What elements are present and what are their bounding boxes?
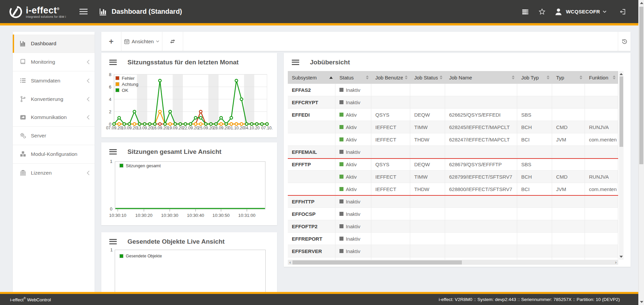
sessions-button[interactable]	[521, 7, 530, 16]
column-header-subsystem[interactable]: Subsystem	[288, 71, 335, 84]
cell-job-benutzer: QSYS	[371, 257, 410, 260]
sidebar-item-lizenzen[interactable]: Lizenzen	[13, 164, 95, 182]
cell-status: Inaktiv	[335, 208, 371, 220]
table-row-effcrypt[interactable]: EFFCRYPTInaktiv	[288, 96, 618, 109]
table-row[interactable]: AktivIEFFECTTHDW628247/IEFFECT/MAPCLTBCI…	[288, 133, 618, 146]
table-row-effemail[interactable]: EFFEMAILInaktiv	[288, 146, 618, 158]
cell-subsystem: EFFREPORT	[288, 233, 335, 245]
table-vertical-scrollbar[interactable]	[619, 71, 624, 260]
scroll-down-arrow-icon[interactable]	[640, 301, 643, 303]
cell-typ: CMD	[552, 121, 585, 133]
brand-name: i-effect®	[26, 5, 66, 15]
svg-text:0: 0	[110, 206, 112, 211]
svg-text:10:30:20: 10:30:20	[135, 213, 152, 218]
table-row-effreport[interactable]: EFFREPORTInaktiv	[288, 233, 618, 245]
chevron-down-icon	[156, 40, 159, 43]
user-menu[interactable]: WCQSECOFR	[554, 8, 606, 16]
scrollbar-thumb[interactable]	[292, 260, 462, 264]
status-active-icon	[339, 113, 343, 117]
status-inactive-icon	[339, 199, 343, 203]
status-inactive-icon	[339, 237, 343, 241]
scrollbar-thumb[interactable]	[620, 76, 623, 147]
scroll-up-arrow-icon[interactable]	[620, 73, 623, 75]
widget-menu-icon[interactable]	[109, 238, 117, 245]
widget-menu-icon[interactable]	[109, 148, 117, 156]
table-row-effhttp[interactable]: EFFHTTPInaktiv	[288, 195, 618, 208]
cell-status: Aktiv	[335, 158, 371, 170]
cell-job-status	[410, 96, 445, 108]
dashboard-toolbar: + Ansichten	[101, 32, 631, 51]
favorites-button[interactable]	[538, 7, 546, 16]
app-logo[interactable]: i-effect® integrated solutions for IBM i	[8, 4, 66, 19]
svg-text:6: 6	[109, 84, 111, 89]
refresh-button[interactable]	[162, 32, 183, 51]
cell-job-typ	[517, 220, 552, 232]
cell-subsystem: EFFCRYPT	[288, 96, 335, 108]
status-inactive-icon	[339, 100, 343, 104]
sidebar-item-stammdaten[interactable]: Stammdaten	[13, 71, 95, 90]
table-row[interactable]: AktivIEFFECTTIMW628245/IEFFECT/MAPCLTBCH…	[288, 121, 618, 133]
status-bar: i-effect® WebControl i-effect: V2R8M0 ::…	[0, 292, 644, 305]
sessions-status-widget: Sitzungsstatus für den letzten Monat 024…	[101, 53, 277, 137]
cell-typ	[552, 146, 585, 158]
bar-chart-icon	[99, 8, 108, 16]
gears-icon	[20, 132, 26, 139]
status-inactive-icon	[339, 150, 343, 154]
refresh-icon	[169, 38, 176, 45]
bank-icon	[20, 170, 26, 176]
sidebar-item-modul-konfiguration[interactable]: Modul-Konfiguration	[13, 145, 95, 164]
column-header-job-status[interactable]: Job Status	[410, 71, 445, 84]
cell-job-name	[445, 208, 517, 220]
table-row-effoftp2[interactable]: EFFOFTP2Inaktiv	[288, 220, 618, 233]
top-navbar: i-effect® integrated solutions for IBM i…	[0, 0, 644, 23]
cell-job-typ	[517, 233, 552, 245]
scroll-right-arrow-icon[interactable]: ›	[613, 260, 618, 265]
cell-job-benutzer	[371, 220, 410, 232]
scroll-down-arrow-icon[interactable]	[620, 256, 623, 258]
svg-text:04.10.20: 04.10.20	[244, 126, 260, 130]
sidebar-item-konvertierung[interactable]: Konvertierung	[13, 90, 95, 108]
scroll-up-arrow-icon[interactable]	[640, 2, 643, 4]
history-button[interactable]	[618, 32, 631, 51]
column-header-funktion[interactable]: Funktion	[585, 71, 618, 84]
legend-item: Fehler	[115, 75, 139, 81]
table-row-effserver[interactable]: EFFSERVERInaktiv	[288, 245, 618, 257]
svg-text:4: 4	[109, 97, 111, 102]
table-row-effservice[interactable]: EFFSERVICEAktivQSYSDEQW626906/QSYS/EFFSE…	[288, 257, 618, 260]
sidebar-item-dashboard[interactable]: Dashboard	[13, 35, 95, 53]
scrollbar-thumb[interactable]	[639, 7, 643, 164]
table-row-effftp[interactable]: EFFFTPAktivQSYSDEQW628679/QSYS/EFFFTPSBS	[288, 158, 618, 171]
svg-text:2: 2	[109, 109, 111, 114]
column-header-job-name[interactable]: Job Name	[445, 71, 517, 84]
column-header-job-benutzer[interactable]: Job Benutzer	[371, 71, 410, 84]
table-row-effas2[interactable]: EFFAS2Inaktiv	[288, 84, 618, 96]
scroll-left-arrow-icon[interactable]: ‹	[288, 260, 292, 265]
sidebar-item-server[interactable]: Server	[13, 127, 95, 145]
cell-job-status	[410, 233, 445, 245]
cell-subsystem	[288, 171, 335, 183]
cell-subsystem: EFFSERVICE	[288, 257, 335, 260]
table-row[interactable]: AktivIEFFECTTHDW628800/IEFFECT/SFTSRV7BC…	[288, 183, 618, 195]
cell-status: Aktiv	[335, 121, 371, 133]
cell-typ	[552, 257, 585, 260]
chart-legend: Gesendete Objekte	[119, 253, 162, 259]
page-scrollbar[interactable]	[638, 0, 644, 305]
server-icon	[522, 8, 529, 15]
add-widget-button[interactable]: +	[101, 32, 121, 51]
logout-button[interactable]	[619, 7, 627, 16]
table-horizontal-scrollbar[interactable]: ‹ ›	[288, 260, 618, 265]
column-header-typ[interactable]: Typ	[552, 71, 585, 84]
column-header-job-typ[interactable]: Job Typ	[517, 71, 552, 84]
column-header-status[interactable]: Status	[335, 71, 371, 84]
status-inactive-icon	[339, 88, 343, 92]
sidebar-item-kommunikation[interactable]: Kommunikation	[13, 108, 95, 127]
views-dropdown[interactable]: Ansichten	[121, 32, 162, 51]
cell-status: Inaktiv	[335, 220, 371, 232]
widget-menu-icon[interactable]	[109, 58, 117, 66]
table-row-effedi[interactable]: EFFEDIAktivQSYSDEQW626625/QSYS/EFFEDISBS	[288, 109, 618, 121]
widget-menu-icon[interactable]	[292, 58, 300, 66]
sidebar-item-monitoring[interactable]: Monitoring	[13, 53, 95, 71]
sidebar-toggle-button[interactable]	[79, 7, 88, 16]
table-row-effocsp[interactable]: EFFOCSPInaktiv	[288, 208, 618, 220]
table-row[interactable]: AktivIEFFECTTIMW628799/IEFFECT/SFTSRV7BC…	[288, 171, 618, 183]
